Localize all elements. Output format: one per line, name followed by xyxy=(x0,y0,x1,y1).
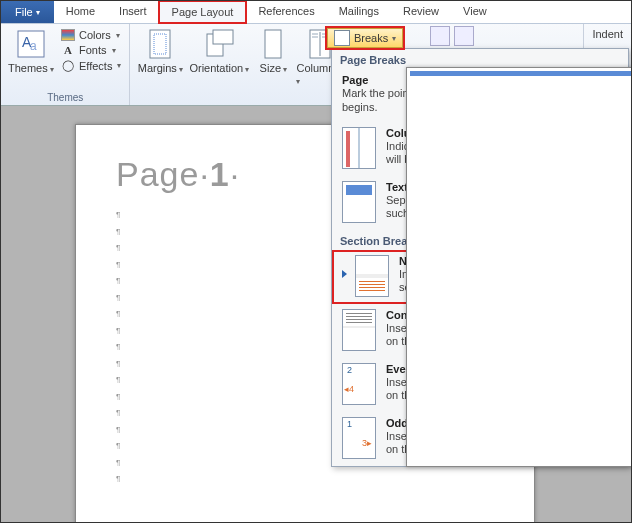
next-page-icon xyxy=(355,255,389,297)
margins-label: Margins xyxy=(138,62,183,74)
size-button[interactable]: Size xyxy=(254,26,292,74)
odd-page-icon xyxy=(342,417,376,459)
margins-button[interactable]: Margins xyxy=(136,26,184,74)
colors-icon xyxy=(61,29,75,41)
column-break-icon xyxy=(342,127,376,169)
tab-review[interactable]: Review xyxy=(391,1,451,23)
even-page-icon xyxy=(342,363,376,405)
group-themes: Aa Themes Colors AFonts ◯Effects Themes xyxy=(1,24,130,105)
menu-page[interactable]: PageMark the point at which a page ends … xyxy=(332,69,628,122)
tab-references[interactable]: References xyxy=(246,1,326,23)
themes-options: Colors AFonts ◯Effects xyxy=(59,26,123,73)
size-icon xyxy=(257,28,289,60)
continuous-icon xyxy=(342,309,376,351)
margins-icon xyxy=(144,28,176,60)
themes-icon: Aa xyxy=(15,28,47,60)
page-title-number: 1 xyxy=(210,155,230,193)
tab-view[interactable]: View xyxy=(451,1,499,23)
page-breaks-header: Page Breaks xyxy=(332,49,628,69)
svg-text:a: a xyxy=(30,39,37,53)
effects-button[interactable]: ◯Effects xyxy=(59,58,123,73)
size-label: Size xyxy=(260,62,288,74)
orientation-label: Orientation xyxy=(189,62,249,74)
themes-label: Themes xyxy=(8,62,54,74)
colors-button[interactable]: Colors xyxy=(59,28,123,42)
page-borders-icon[interactable] xyxy=(454,26,474,46)
group-themes-label: Themes xyxy=(7,92,123,105)
svg-rect-7 xyxy=(265,30,281,58)
breaks-label: Breaks xyxy=(354,32,388,44)
tab-mailings[interactable]: Mailings xyxy=(327,1,391,23)
orientation-icon xyxy=(203,28,235,60)
page-title-prefix: Page· xyxy=(116,155,210,193)
tab-file[interactable]: File xyxy=(1,1,54,23)
tab-page-layout[interactable]: Page Layout xyxy=(159,1,247,23)
orientation-button[interactable]: Orientation xyxy=(188,26,250,74)
effects-icon: ◯ xyxy=(61,59,75,72)
themes-button[interactable]: Aa Themes xyxy=(7,26,55,74)
colors-label: Colors xyxy=(79,29,111,41)
tab-home[interactable]: Home xyxy=(54,1,107,23)
ribbon-tabs: File Home Insert Page Layout References … xyxy=(1,1,631,24)
breaks-button[interactable]: Breaks xyxy=(327,28,403,48)
fonts-label: Fonts xyxy=(79,44,107,56)
text-wrapping-icon xyxy=(342,181,376,223)
fonts-icon: A xyxy=(61,44,75,56)
fonts-button[interactable]: AFonts xyxy=(59,43,123,57)
tab-insert[interactable]: Insert xyxy=(107,1,159,23)
watermark-icon[interactable] xyxy=(430,26,450,46)
svg-rect-6 xyxy=(213,30,233,44)
breaks-dropdown: Page Breaks PageMark the point at which … xyxy=(331,48,629,467)
effects-label: Effects xyxy=(79,60,112,72)
page-break-icon xyxy=(406,67,632,467)
selection-indicator-icon xyxy=(342,270,347,278)
page-title-suffix: · xyxy=(230,155,240,193)
